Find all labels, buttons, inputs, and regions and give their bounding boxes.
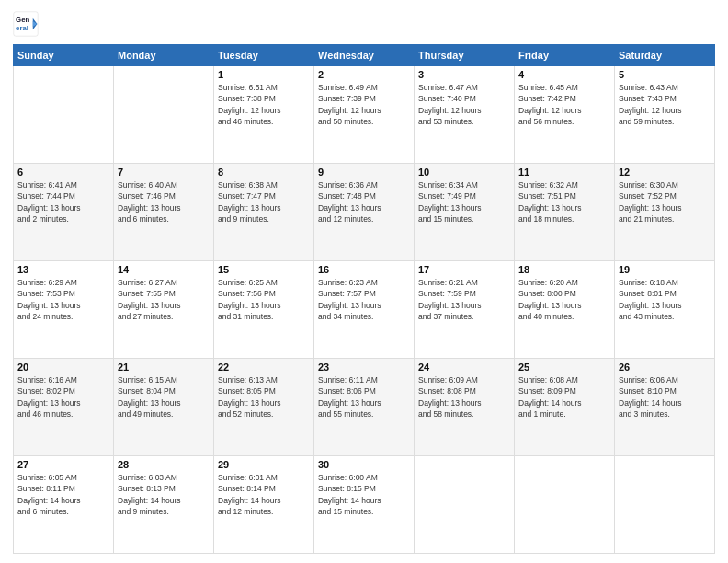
- day-number: 29: [218, 459, 310, 470]
- day-number: 3: [418, 69, 510, 80]
- day-number: 7: [118, 167, 210, 178]
- day-info: Sunrise: 6:47 AM Sunset: 7:40 PM Dayligh…: [418, 82, 510, 127]
- calendar-week-1: 1Sunrise: 6:51 AM Sunset: 7:38 PM Daylig…: [14, 66, 715, 164]
- day-info: Sunrise: 6:15 AM Sunset: 8:04 PM Dayligh…: [118, 374, 210, 419]
- day-info: Sunrise: 6:34 AM Sunset: 7:49 PM Dayligh…: [418, 179, 510, 224]
- day-info: Sunrise: 6:40 AM Sunset: 7:46 PM Dayligh…: [118, 179, 210, 224]
- calendar-cell: 12Sunrise: 6:30 AM Sunset: 7:52 PM Dayli…: [615, 164, 715, 261]
- col-saturday: Saturday: [615, 45, 715, 66]
- day-info: Sunrise: 6:18 AM Sunset: 8:01 PM Dayligh…: [619, 277, 711, 322]
- calendar-week-2: 6Sunrise: 6:41 AM Sunset: 7:44 PM Daylig…: [14, 164, 715, 261]
- calendar-week-3: 13Sunrise: 6:29 AM Sunset: 7:53 PM Dayli…: [14, 261, 715, 359]
- day-info: Sunrise: 6:51 AM Sunset: 7:38 PM Dayligh…: [218, 82, 310, 127]
- calendar-cell: 22Sunrise: 6:13 AM Sunset: 8:05 PM Dayli…: [214, 359, 314, 456]
- calendar-cell: 14Sunrise: 6:27 AM Sunset: 7:55 PM Dayli…: [114, 261, 214, 359]
- calendar-cell: 1Sunrise: 6:51 AM Sunset: 7:38 PM Daylig…: [214, 66, 314, 164]
- day-info: Sunrise: 6:23 AM Sunset: 7:57 PM Dayligh…: [318, 277, 410, 322]
- logo: Gen eral: [13, 11, 42, 37]
- calendar-cell: 19Sunrise: 6:18 AM Sunset: 8:01 PM Dayli…: [615, 261, 715, 359]
- calendar-header: Sunday Monday Tuesday Wednesday Thursday…: [14, 45, 715, 66]
- col-friday: Friday: [515, 45, 615, 66]
- calendar-cell: 18Sunrise: 6:20 AM Sunset: 8:00 PM Dayli…: [515, 261, 615, 359]
- day-number: 16: [318, 264, 410, 275]
- day-info: Sunrise: 6:20 AM Sunset: 8:00 PM Dayligh…: [518, 277, 610, 322]
- day-number: 24: [418, 362, 510, 373]
- day-info: Sunrise: 6:32 AM Sunset: 7:51 PM Dayligh…: [518, 179, 610, 224]
- calendar-cell: 23Sunrise: 6:11 AM Sunset: 8:06 PM Dayli…: [314, 359, 415, 456]
- day-info: Sunrise: 6:08 AM Sunset: 8:09 PM Dayligh…: [518, 374, 610, 419]
- calendar-cell: 13Sunrise: 6:29 AM Sunset: 7:53 PM Dayli…: [14, 261, 114, 359]
- calendar-week-4: 20Sunrise: 6:16 AM Sunset: 8:02 PM Dayli…: [14, 359, 715, 456]
- day-info: Sunrise: 6:25 AM Sunset: 7:56 PM Dayligh…: [218, 277, 310, 322]
- calendar-table: Sunday Monday Tuesday Wednesday Thursday…: [13, 44, 715, 554]
- day-number: 27: [17, 459, 109, 470]
- calendar-cell: 7Sunrise: 6:40 AM Sunset: 7:46 PM Daylig…: [114, 164, 214, 261]
- day-number: 12: [619, 167, 711, 178]
- day-number: 25: [518, 362, 610, 373]
- calendar-cell: [14, 66, 114, 164]
- day-number: 10: [418, 167, 510, 178]
- calendar-cell: 6Sunrise: 6:41 AM Sunset: 7:44 PM Daylig…: [14, 164, 114, 261]
- day-number: 30: [318, 459, 410, 470]
- day-info: Sunrise: 6:21 AM Sunset: 7:59 PM Dayligh…: [418, 277, 510, 322]
- day-info: Sunrise: 6:01 AM Sunset: 8:14 PM Dayligh…: [218, 472, 310, 517]
- calendar-cell: 16Sunrise: 6:23 AM Sunset: 7:57 PM Dayli…: [314, 261, 415, 359]
- day-info: Sunrise: 6:36 AM Sunset: 7:48 PM Dayligh…: [318, 179, 410, 224]
- day-number: 18: [518, 264, 610, 275]
- day-info: Sunrise: 6:00 AM Sunset: 8:15 PM Dayligh…: [318, 472, 410, 517]
- day-number: 26: [619, 362, 711, 373]
- day-info: Sunrise: 6:49 AM Sunset: 7:39 PM Dayligh…: [318, 82, 410, 127]
- day-number: 22: [218, 362, 310, 373]
- calendar-cell: 20Sunrise: 6:16 AM Sunset: 8:02 PM Dayli…: [14, 359, 114, 456]
- day-number: 2: [318, 69, 410, 80]
- day-number: 23: [318, 362, 410, 373]
- col-monday: Monday: [114, 45, 214, 66]
- day-number: 11: [518, 167, 610, 178]
- day-info: Sunrise: 6:38 AM Sunset: 7:47 PM Dayligh…: [218, 179, 310, 224]
- calendar-cell: 9Sunrise: 6:36 AM Sunset: 7:48 PM Daylig…: [314, 164, 415, 261]
- svg-text:eral: eral: [16, 24, 28, 32]
- calendar-cell: 3Sunrise: 6:47 AM Sunset: 7:40 PM Daylig…: [415, 66, 515, 164]
- calendar-cell: 5Sunrise: 6:43 AM Sunset: 7:43 PM Daylig…: [615, 66, 715, 164]
- calendar-cell: [515, 456, 615, 554]
- calendar-cell: 4Sunrise: 6:45 AM Sunset: 7:42 PM Daylig…: [515, 66, 615, 164]
- calendar-week-5: 27Sunrise: 6:05 AM Sunset: 8:11 PM Dayli…: [14, 456, 715, 554]
- header: Gen eral: [13, 11, 715, 37]
- col-thursday: Thursday: [415, 45, 515, 66]
- calendar-cell: 10Sunrise: 6:34 AM Sunset: 7:49 PM Dayli…: [415, 164, 515, 261]
- day-number: 19: [619, 264, 711, 275]
- calendar-cell: 11Sunrise: 6:32 AM Sunset: 7:51 PM Dayli…: [515, 164, 615, 261]
- day-number: 13: [17, 264, 109, 275]
- logo-icon: Gen eral: [13, 11, 39, 37]
- day-number: 17: [418, 264, 510, 275]
- col-tuesday: Tuesday: [214, 45, 314, 66]
- day-info: Sunrise: 6:16 AM Sunset: 8:02 PM Dayligh…: [17, 374, 109, 419]
- calendar-cell: 17Sunrise: 6:21 AM Sunset: 7:59 PM Dayli…: [415, 261, 515, 359]
- calendar-cell: 24Sunrise: 6:09 AM Sunset: 8:08 PM Dayli…: [415, 359, 515, 456]
- day-number: 15: [218, 264, 310, 275]
- day-info: Sunrise: 6:09 AM Sunset: 8:08 PM Dayligh…: [418, 374, 510, 419]
- calendar-body: 1Sunrise: 6:51 AM Sunset: 7:38 PM Daylig…: [14, 66, 715, 554]
- calendar-cell: 21Sunrise: 6:15 AM Sunset: 8:04 PM Dayli…: [114, 359, 214, 456]
- day-info: Sunrise: 6:29 AM Sunset: 7:53 PM Dayligh…: [17, 277, 109, 322]
- page: Gen eral Sunday Monday Tuesday Wednesday…: [0, 0, 728, 563]
- svg-text:Gen: Gen: [16, 16, 29, 24]
- day-info: Sunrise: 6:06 AM Sunset: 8:10 PM Dayligh…: [619, 374, 711, 419]
- day-number: 6: [17, 167, 109, 178]
- day-number: 28: [118, 459, 210, 470]
- calendar-cell: 2Sunrise: 6:49 AM Sunset: 7:39 PM Daylig…: [314, 66, 415, 164]
- day-info: Sunrise: 6:43 AM Sunset: 7:43 PM Dayligh…: [619, 82, 711, 127]
- day-info: Sunrise: 6:27 AM Sunset: 7:55 PM Dayligh…: [118, 277, 210, 322]
- day-number: 20: [17, 362, 109, 373]
- day-number: 21: [118, 362, 210, 373]
- day-info: Sunrise: 6:45 AM Sunset: 7:42 PM Dayligh…: [518, 82, 610, 127]
- day-number: 9: [318, 167, 410, 178]
- day-info: Sunrise: 6:13 AM Sunset: 8:05 PM Dayligh…: [218, 374, 310, 419]
- day-number: 4: [518, 69, 610, 80]
- calendar-cell: [114, 66, 214, 164]
- day-number: 8: [218, 167, 310, 178]
- day-info: Sunrise: 6:41 AM Sunset: 7:44 PM Dayligh…: [17, 179, 109, 224]
- calendar-cell: 29Sunrise: 6:01 AM Sunset: 8:14 PM Dayli…: [214, 456, 314, 554]
- calendar-cell: 8Sunrise: 6:38 AM Sunset: 7:47 PM Daylig…: [214, 164, 314, 261]
- day-info: Sunrise: 6:11 AM Sunset: 8:06 PM Dayligh…: [318, 374, 410, 419]
